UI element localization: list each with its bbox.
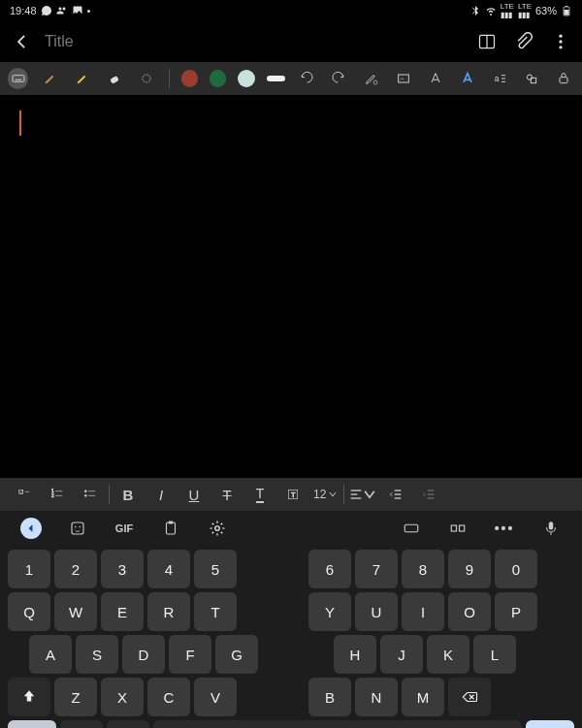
key-j[interactable]: J [380, 635, 423, 674]
undo-icon[interactable] [297, 68, 317, 89]
keyboard-tool[interactable] [8, 68, 28, 89]
key-y[interactable]: Y [308, 592, 351, 631]
text-style-icon[interactable] [425, 68, 445, 89]
color-red[interactable] [181, 70, 198, 87]
settings-icon[interactable] [194, 514, 241, 543]
bullet-list-icon[interactable] [74, 482, 107, 507]
font-icon[interactable] [457, 68, 477, 89]
svg-rect-39 [72, 522, 83, 534]
italic-icon[interactable]: I [145, 482, 178, 507]
key-o[interactable]: O [448, 592, 491, 631]
gif-button[interactable]: GIF [101, 514, 147, 543]
pen-settings-icon[interactable] [361, 68, 381, 89]
highlighter-tool[interactable] [72, 68, 92, 89]
key-x[interactable]: X [101, 678, 144, 716]
key-symbols[interactable]: ?123 [8, 720, 56, 728]
stroke-width[interactable] [267, 76, 285, 81]
key-space[interactable] [153, 720, 522, 728]
key-c[interactable]: C [147, 678, 190, 716]
selection-tool[interactable] [137, 68, 157, 89]
key-t[interactable]: T [194, 592, 237, 631]
kb-back-icon[interactable] [8, 514, 54, 543]
kb-more-icon[interactable]: ••• [481, 514, 528, 543]
pen-tool[interactable] [40, 68, 60, 89]
text-bg-icon[interactable]: T [276, 482, 309, 507]
key-z[interactable]: Z [54, 678, 97, 716]
key-h[interactable]: H [334, 635, 376, 674]
separator [169, 69, 170, 88]
kb-row-bottom: ?123 , [8, 720, 574, 728]
key-g[interactable]: G [215, 635, 258, 674]
checklist-icon[interactable] [8, 482, 41, 507]
shapes-icon[interactable] [522, 68, 542, 89]
color-green[interactable] [210, 70, 226, 87]
svg-point-15 [528, 75, 533, 79]
font-size[interactable]: 12 [309, 488, 341, 501]
key-l[interactable]: L [473, 635, 516, 674]
key-shift[interactable] [8, 678, 50, 716]
key-p[interactable]: P [495, 592, 537, 631]
key-r[interactable]: R [147, 592, 190, 631]
key-u[interactable]: U [355, 592, 398, 631]
reading-mode-icon[interactable] [477, 32, 497, 51]
indent-increase-icon[interactable] [412, 482, 445, 507]
sticker-icon[interactable] [54, 514, 101, 543]
key-m[interactable]: M [402, 678, 444, 716]
more-icon[interactable] [551, 32, 570, 51]
key-2[interactable]: 2 [54, 550, 97, 588]
strikethrough-icon[interactable]: T [210, 482, 243, 507]
key-8[interactable]: 8 [402, 550, 444, 588]
key-enter[interactable] [526, 720, 574, 728]
key-emoji[interactable] [107, 720, 149, 728]
mic-icon[interactable] [528, 514, 574, 543]
key-n[interactable]: N [355, 678, 398, 716]
text-options-icon[interactable]: a [490, 68, 510, 89]
svg-rect-10 [110, 76, 119, 84]
svg-point-41 [80, 526, 81, 528]
note-canvas[interactable] [0, 95, 582, 478]
key-a[interactable]: A [29, 635, 72, 674]
key-b[interactable]: B [308, 678, 351, 716]
key-s[interactable]: S [76, 635, 118, 674]
bold-icon[interactable]: B [112, 482, 145, 507]
underline-icon[interactable]: U [178, 482, 210, 507]
key-i[interactable]: I [402, 592, 444, 631]
text-color-icon[interactable]: T [243, 482, 276, 507]
battery-icon [561, 5, 572, 16]
key-k[interactable]: K [427, 635, 469, 674]
key-3[interactable]: 3 [101, 550, 144, 588]
key-6[interactable]: 6 [308, 550, 351, 588]
split-kb-icon[interactable] [435, 514, 481, 543]
redo-icon[interactable] [329, 68, 349, 89]
key-d[interactable]: D [122, 635, 165, 674]
indent-decrease-icon[interactable] [379, 482, 412, 507]
keyboard-toolbar: GIF ••• [0, 511, 582, 546]
align-icon[interactable] [346, 482, 379, 507]
back-icon[interactable] [12, 32, 31, 51]
key-v[interactable]: V [194, 678, 237, 716]
easy-writing-icon[interactable] [393, 68, 413, 89]
key-q[interactable]: Q [8, 592, 50, 631]
numbered-list-icon[interactable]: 12 [41, 482, 74, 507]
key-e[interactable]: E [101, 592, 144, 631]
clipboard-icon[interactable] [147, 514, 194, 543]
key-comma[interactable]: , [60, 720, 103, 728]
attach-icon[interactable] [514, 32, 534, 51]
svg-point-6 [559, 40, 562, 43]
key-9[interactable]: 9 [448, 550, 491, 588]
key-4[interactable]: 4 [147, 550, 190, 588]
kb-mode-icon[interactable] [388, 514, 435, 543]
color-lightblue[interactable] [238, 70, 254, 87]
key-f[interactable]: F [169, 635, 211, 674]
key-1[interactable]: 1 [8, 550, 50, 588]
key-7[interactable]: 7 [355, 550, 398, 588]
key-0[interactable]: 0 [495, 550, 537, 588]
eraser-tool[interactable] [104, 68, 124, 89]
key-w[interactable]: W [54, 592, 97, 631]
key-5[interactable]: 5 [194, 550, 237, 588]
image-icon [72, 5, 83, 16]
note-title[interactable]: Title [45, 33, 464, 50]
lock-icon[interactable] [554, 68, 574, 89]
key-backspace[interactable] [448, 678, 491, 716]
keyboard: 1 2 3 4 5 6 7 8 9 0 Q W E R T Y U I O [0, 546, 582, 728]
